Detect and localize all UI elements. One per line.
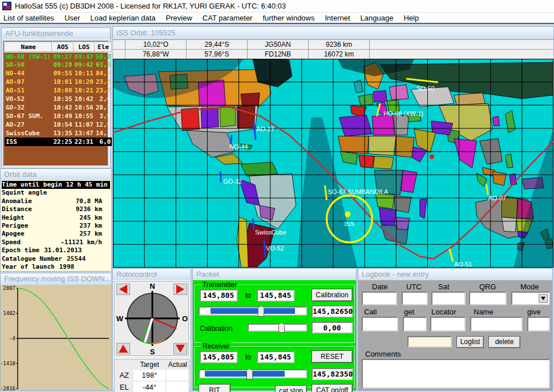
satellite-row-vo-52[interactable]: VO-5210:3510:422,6 bbox=[5, 95, 112, 103]
afu-column-los[interactable]: LOS bbox=[74, 42, 95, 52]
calibration-slider-thumb[interactable] bbox=[278, 323, 285, 333]
compass-west-label: W bbox=[116, 314, 124, 323]
orbit-line: Catalogue Number25544 bbox=[2, 255, 110, 263]
menu-list-of-satellites[interactable]: List of satellites bbox=[3, 14, 54, 22]
satellite-marker-icon bbox=[231, 135, 232, 144]
menu-cat-parameter[interactable]: CAT parameter bbox=[203, 14, 253, 22]
logbook-panel: Logbook - new entry Date UTC Sat QRG Mod… bbox=[358, 268, 553, 391]
orbit-line: Apogee257 km bbox=[2, 230, 110, 238]
satellite-map-label-ao-07: AO-07 bbox=[488, 195, 506, 201]
delete-button[interactable]: delete bbox=[488, 336, 520, 348]
menu-help[interactable]: Help bbox=[403, 14, 419, 22]
satellite-map-label-ho-68-xw-1-: HO-68 (XW-1) bbox=[383, 110, 423, 117]
satellite-row-swisscube[interactable]: SwissCube13:3513:4714,2 bbox=[5, 129, 112, 138]
afu-column-aos[interactable]: AOS bbox=[52, 42, 73, 52]
elevation-up-button[interactable] bbox=[116, 343, 130, 354]
satellite-row-ao-07[interactable]: AO-0710:0110:2023,4 bbox=[5, 78, 112, 86]
orbit-line: Epoch time31.01.2013 bbox=[2, 246, 110, 254]
afu-table-header: NameAOSLOSEle bbox=[5, 42, 112, 52]
reset-button[interactable]: RESET bbox=[312, 350, 353, 363]
compass-box: N S W O bbox=[114, 281, 189, 357]
utc-field[interactable] bbox=[402, 292, 428, 305]
sub-satellite-dot bbox=[430, 155, 434, 159]
map-info-1-1: 57,96°S bbox=[187, 50, 248, 59]
menu-language[interactable]: Language bbox=[361, 14, 394, 22]
map-info-1-2: FD12NB bbox=[248, 50, 309, 59]
arrow-left-icon bbox=[119, 285, 127, 294]
mode-dropdown[interactable] bbox=[511, 292, 550, 305]
actual-column-label: Actual bbox=[167, 361, 189, 369]
qrg-field[interactable] bbox=[469, 292, 507, 305]
rotor-panel-title: Rotorcontrol bbox=[113, 269, 191, 280]
menu-further-windows[interactable]: further windows bbox=[262, 14, 314, 22]
orbit-line: Perigee237 km bbox=[2, 222, 110, 230]
afu-column-name[interactable]: Name bbox=[5, 42, 52, 52]
calibration-label: Calibration bbox=[200, 325, 232, 333]
rx-from-field[interactable]: 145,805 bbox=[200, 351, 237, 363]
rx-to-field[interactable]: 145,845 bbox=[257, 351, 294, 363]
satellite-row-so-50[interactable]: SO-5009:2809:4263,3 bbox=[5, 60, 112, 69]
rit-button[interactable]: RIT bbox=[199, 384, 231, 392]
map-info-1-3: 16072 km bbox=[309, 50, 370, 59]
satellite-row-so-67-sum-[interactable]: SO-67 SUM.10:4910:553,9 bbox=[5, 112, 112, 120]
menu-preview[interactable]: Preview bbox=[166, 14, 192, 22]
quick-entry-field[interactable] bbox=[407, 336, 452, 347]
packet-panel-title: Packet bbox=[193, 269, 356, 280]
call-field[interactable] bbox=[362, 317, 398, 332]
map-panel-title: ISS Orbit: 105525 bbox=[113, 27, 553, 39]
tx-to-field[interactable]: 145,845 bbox=[257, 289, 294, 301]
loglist-button[interactable]: Loglist bbox=[456, 336, 484, 348]
name-field[interactable] bbox=[470, 317, 523, 332]
satellite-row-no-44[interactable]: NO-4409:5510:1184,7 bbox=[5, 69, 112, 78]
tx-frequency-slider[interactable] bbox=[199, 306, 307, 316]
get-field[interactable] bbox=[403, 317, 427, 332]
svg-text:1402: 1402 bbox=[3, 310, 15, 316]
calibration-value: 0,00 bbox=[312, 322, 353, 333]
rotate-left-button[interactable] bbox=[116, 284, 130, 295]
locator-field[interactable] bbox=[430, 317, 466, 332]
tx-slider-thumb[interactable] bbox=[258, 306, 264, 317]
az-target-value[interactable]: 198° bbox=[134, 370, 165, 381]
orbit-data-panel: Orbit data Time until begin 12 h 45 minS… bbox=[0, 168, 112, 272]
calibration-slider[interactable] bbox=[248, 324, 307, 332]
rotor-position-table: Target Actual AZ 198° EL -44° bbox=[114, 359, 189, 392]
menu-internet[interactable]: Internet bbox=[325, 14, 350, 22]
cat-stop-button[interactable]: cat stop bbox=[275, 385, 307, 392]
tx-to-label: to bbox=[245, 292, 251, 300]
satellite-row-ao-27[interactable]: AO-2710:5411:0712,9 bbox=[5, 120, 112, 129]
arrow-up-icon bbox=[119, 345, 128, 353]
satellite-row-iss[interactable]: ISS22:2522:316,0 bbox=[5, 138, 112, 146]
logbook-panel-title: Logbook - new entry bbox=[358, 269, 552, 280]
tx-from-field[interactable]: 145,805 bbox=[200, 289, 237, 301]
give-field[interactable] bbox=[527, 317, 550, 332]
satellite-map-label-ao-51: AO-51 bbox=[454, 261, 472, 268]
az-actual-value bbox=[167, 370, 189, 381]
orbit-line: Distance9236 km bbox=[2, 205, 110, 213]
menu-load-keplerian-data[interactable]: Load keplerian data bbox=[90, 14, 155, 22]
satellite-row-ao-51[interactable]: AO-5110:0810:2123,4 bbox=[5, 86, 112, 95]
date-field[interactable] bbox=[362, 292, 397, 305]
rotate-right-button[interactable] bbox=[173, 284, 187, 295]
mode-label: Mode bbox=[520, 282, 539, 291]
elevation-down-button[interactable] bbox=[173, 343, 187, 354]
sat-field[interactable] bbox=[431, 292, 466, 305]
menu-bar: List of satellitesUserLoad keplerian dat… bbox=[0, 13, 554, 24]
app-icon bbox=[2, 2, 11, 10]
cat-onoff-button[interactable]: CAT on/off bbox=[312, 384, 353, 392]
rx-frequency-slider[interactable] bbox=[199, 369, 307, 378]
rx-slider-thumb[interactable] bbox=[246, 369, 253, 379]
satellite-row-go-32[interactable]: GO-3210:4210:5628,7 bbox=[5, 103, 112, 112]
menu-user[interactable]: User bbox=[64, 14, 80, 22]
comments-textarea[interactable] bbox=[362, 359, 550, 389]
map-info-0-0: 10,02°O bbox=[126, 40, 187, 49]
az-label: AZ bbox=[115, 371, 134, 379]
afu-column-ele[interactable]: Ele bbox=[95, 42, 112, 52]
calibration-button[interactable]: Calibration bbox=[312, 289, 353, 301]
chevron-down-icon[interactable] bbox=[539, 294, 548, 303]
packet-panel: Packet Transmitter 145,805 to 145,845 Ca… bbox=[192, 268, 357, 391]
el-target-value[interactable]: -44° bbox=[134, 382, 165, 392]
satellite-row-ho-68-xw-1-[interactable]: HO-68 (XW-1)09:2709:4750,2 bbox=[5, 52, 112, 60]
afu-panel: AFU-funktionierende NameAOSLOSEle HO-68 … bbox=[1, 27, 111, 168]
orbit-line: Year of launch1998 bbox=[2, 263, 110, 271]
window-title: HalloSat 555 (c) DB3DH 2008 - Licensed f… bbox=[15, 2, 286, 10]
